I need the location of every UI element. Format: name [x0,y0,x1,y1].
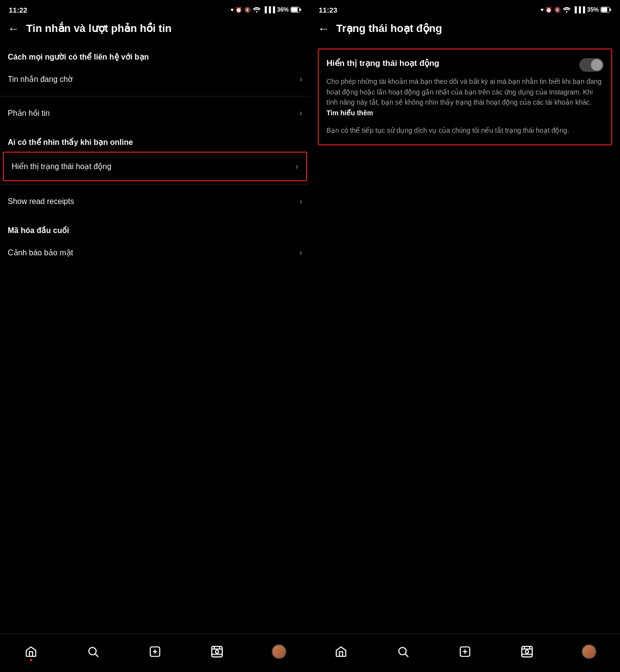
svg-rect-24 [522,646,532,657]
right-nav-reels[interactable] [516,641,538,662]
battery-icon-r [601,7,611,13]
nav-profile[interactable] [268,641,290,662]
right-nav-add[interactable] [454,641,476,662]
pending-messages-label: Tin nhắn đang chờ [8,75,73,84]
right-nav-search[interactable] [392,641,414,662]
activity-card-body: Cho phép những tài khoản mà bạn theo dõi… [326,77,604,119]
right-content: Hiển thị trạng thái hoạt động Cho phép n… [310,42,620,634]
nav-search[interactable] [82,641,104,662]
alarm-icon-r: ⏰ [545,7,552,13]
activity-status-card: Hiển thị trạng thái hoạt động Cho phép n… [318,48,612,145]
svg-rect-3 [300,9,301,11]
encryption-section-label: Mã hóa đầu cuối [0,215,310,239]
left-time: 11:22 [9,6,27,14]
battery-level-r: 35% [587,6,599,13]
battery-icon [291,7,301,13]
right-nav-home[interactable] [330,641,352,662]
replies-item[interactable]: Phản hồi tin › [0,99,310,127]
back-button-right[interactable]: ← [318,23,329,34]
svg-point-0 [256,11,258,13]
right-page-title: Trạng thái hoạt động [336,22,442,35]
right-panel: 11:23 ♥ ⏰ 🔇 ▐▐▐ 35% [310,0,620,672]
chevron-right-icon: › [299,74,302,84]
bottom-navigation [0,634,310,672]
mute-icon: 🔇 [244,7,251,13]
right-status-bar: 11:23 ♥ ⏰ 🔇 ▐▐▐ 35% [310,0,620,17]
divider-2 [0,184,310,185]
right-bottom-navigation [310,634,620,672]
svg-rect-9 [212,646,222,657]
read-receipts-item[interactable]: Show read receipts › [0,188,310,215]
alarm-icon: ⏰ [235,7,242,13]
activity-description: Cho phép những tài khoản mà bạn theo dõi… [326,78,602,106]
left-status-icons: ♥ ⏰ 🔇 ▐▐▐ 36% [231,6,301,13]
nav-reels[interactable] [206,641,228,662]
right-header: ← Trạng thái hoạt động [310,17,620,42]
chevron-right-icon-5: › [299,248,302,258]
security-warning-label: Cảnh báo bảo mật [8,248,73,257]
nav-home[interactable] [20,641,42,662]
heart-icon: ♥ [231,7,234,13]
right-nav-profile[interactable] [578,641,600,662]
svg-line-5 [95,654,98,657]
chevron-right-icon-3: › [295,161,298,172]
mute-icon-r: 🔇 [554,7,561,13]
activity-status-toggle[interactable] [579,58,604,72]
activity-card-header: Hiển thị trạng thái hoạt động [326,58,604,72]
learn-more-link[interactable]: Tìm hiểu thêm [326,109,373,117]
signal-icon-r: ▐▐▐ [573,6,585,13]
svg-point-19 [399,647,406,655]
left-menu: Cách mọi người có thể liên hệ với bạn Ti… [0,42,310,266]
left-panel: 11:22 ♥ ⏰ 🔇 ▐▐▐ 36% [0,0,310,672]
right-avatar [582,644,596,659]
pending-messages-item[interactable]: Tin nhắn đang chờ › [0,65,310,93]
left-status-bar: 11:22 ♥ ⏰ 🔇 ▐▐▐ 36% [0,0,310,17]
online-section-label: Ai có thể nhìn thấy khi bạn online [0,127,310,151]
wifi-icon-r [563,7,571,13]
back-button-left[interactable]: ← [8,23,19,34]
activity-status-item[interactable]: Hiển thị trạng thái hoạt động › [3,152,307,181]
svg-rect-17 [602,8,607,12]
right-status-icons: ♥ ⏰ 🔇 ▐▐▐ 35% [541,6,611,13]
svg-point-10 [216,650,219,654]
toggle-knob [591,59,603,71]
wifi-icon [253,7,261,13]
left-page-title: Tin nhắn và lượt phản hồi tin [26,22,171,35]
activity-card-title: Hiển thị trạng thái hoạt động [326,58,574,68]
chevron-right-icon-2: › [299,108,302,118]
replies-label: Phản hồi tin [8,109,50,118]
read-receipts-label: Show read receipts [8,197,74,206]
signal-icon: ▐▐▐ [263,6,275,13]
svg-point-4 [89,647,96,655]
activity-card-footer: Bạn có thể tiếp tục sử dụng dịch vụ của … [326,125,604,136]
svg-point-15 [566,11,568,13]
nav-add[interactable] [144,641,166,662]
svg-point-25 [526,650,529,654]
battery-level: 36% [277,6,289,13]
right-time: 11:23 [319,6,337,14]
avatar [272,644,286,659]
svg-line-20 [405,654,408,657]
left-header: ← Tin nhắn và lượt phản hồi tin [0,17,310,42]
svg-rect-2 [292,8,298,12]
home-active-dot [30,659,32,661]
divider-1 [0,96,310,96]
heart-icon-r: ♥ [541,7,544,13]
activity-status-label: Hiển thị trạng thái hoạt động [12,162,111,171]
chevron-right-icon-4: › [299,196,302,206]
contact-section-label: Cách mọi người có thể liên hệ với bạn [0,42,310,65]
security-warning-item[interactable]: Cảnh báo bảo mật › [0,239,310,266]
svg-rect-18 [610,9,611,11]
